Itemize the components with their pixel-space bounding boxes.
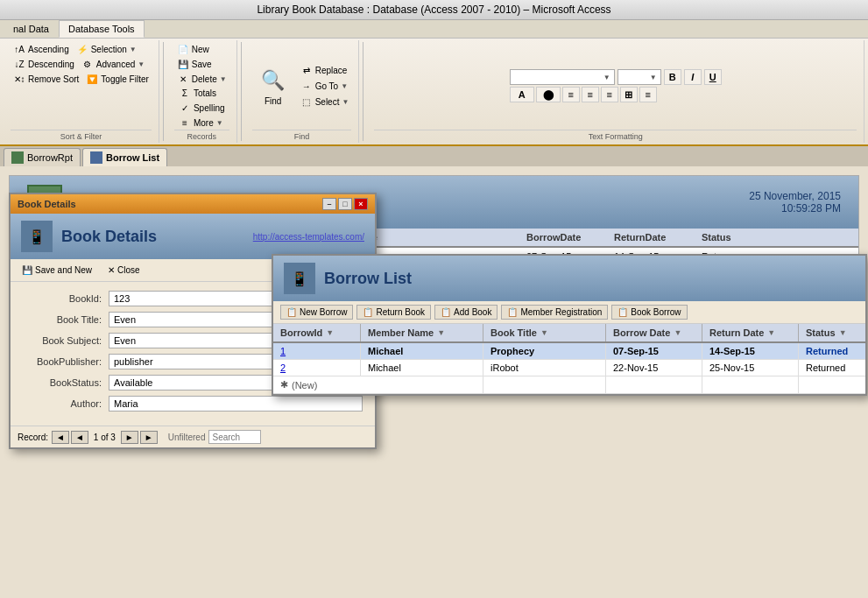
grid-col-member[interactable]: Member Name ▼ [361, 324, 483, 341]
delete-dropdown-icon: ▼ [220, 75, 227, 83]
ribbon-group-sort-filter: ↑A Ascending ⚡ Selection ▼ ↓Z Descending [4, 40, 159, 143]
close-btn[interactable]: × [354, 198, 368, 210]
save-record-btn[interactable]: 💾 Save [174, 57, 229, 71]
ribbon-tab-data[interactable]: nal Data [4, 20, 59, 38]
grid-row-1[interactable]: 1 Michael Prophecy 07-Sep-15 14-Sep-15 R… [273, 343, 865, 360]
ribbon: ↑A Ascending ⚡ Selection ▼ ↓Z Descending [0, 39, 868, 146]
first-record-btn[interactable]: ◄ [52, 431, 69, 444]
borrow-list-icon: 📱 [284, 263, 315, 294]
grid-col-booktitle[interactable]: Book Title ▼ [483, 324, 606, 341]
row1-borrowid[interactable]: 1 [273, 343, 361, 359]
ribbon-content: ↑A Ascending ⚡ Selection ▼ ↓Z Descending [0, 39, 868, 144]
last-record-btn[interactable]: ► [140, 431, 158, 444]
underline-btn[interactable]: U [704, 69, 722, 85]
member-registration-btn[interactable]: 📋 Member Registration [501, 305, 608, 320]
close-form-btn[interactable]: ✕ Close [103, 263, 145, 278]
replace-btn[interactable]: ⇄ Replace [298, 63, 352, 77]
bookpublisher-label: BookPublisher: [23, 356, 102, 367]
extra-btn[interactable]: ≡ [639, 87, 657, 102]
new-row-member [361, 376, 483, 393]
row2-title: iRobot [483, 360, 606, 376]
spelling-btn[interactable]: ✓ Spelling [176, 101, 228, 115]
bookstatus-label: BookStatus: [23, 377, 102, 388]
select-btn[interactable]: ⬚ Select ▼ [298, 95, 352, 109]
ascending-icon: ↑A [13, 43, 25, 55]
prev-record-btn[interactable]: ◄ [71, 431, 88, 444]
totals-btn[interactable]: Σ Totals [176, 86, 228, 100]
report-time: 10:59:28 PM [749, 202, 841, 215]
borrow-list-header: 📱 Borrow List [273, 256, 865, 301]
author-field[interactable]: Maria [109, 396, 363, 412]
grid-col-status[interactable]: Status ▼ [799, 324, 868, 341]
app-title: Library Book Database : Database (Access… [257, 4, 610, 16]
booktitle-label: Book Title: [23, 314, 102, 325]
row1-title: Prophecy [483, 343, 606, 359]
highlight-btn[interactable]: ⬤ [536, 87, 561, 102]
remove-sort-btn[interactable]: ✕↕ Remove Sort [11, 72, 81, 86]
tab-borrowrpt[interactable]: BorrowRpt [4, 148, 81, 166]
search-input[interactable] [208, 430, 261, 444]
next-record-btn[interactable]: ► [121, 431, 138, 444]
book-details-footer: Record: ◄ ◄ 1 of 3 ► ► Unfiltered [11, 426, 375, 447]
col-borrowdate: BorrowDate [526, 232, 614, 243]
new-borrow-icon: 📋 [286, 307, 297, 317]
book-details-title: Book Details [18, 199, 76, 209]
font-color-btn[interactable]: A [510, 87, 534, 102]
borrow-list-dialog: 📱 Borrow List 📋 New Borrow 📋 Return Book… [272, 254, 867, 396]
book-borrow-btn[interactable]: 📋 Book Borrow [611, 305, 687, 320]
dialog-controls: – □ × [322, 198, 368, 210]
save-new-btn[interactable]: 💾 Save and New [18, 263, 96, 278]
borrowrpt-tab-icon [11, 151, 24, 164]
find-btn[interactable]: 🔍 Find [252, 63, 294, 109]
sort-row3: ✕↕ Remove Sort 🔽 Toggle Filter [11, 72, 152, 86]
borrowid-sort-icon: ▼ [326, 328, 334, 337]
italic-btn[interactable]: I [684, 69, 702, 85]
goto-btn[interactable]: → Go To ▼ [298, 79, 352, 93]
grid-btn[interactable]: ⊞ [620, 87, 638, 102]
ascending-btn[interactable]: ↑A Ascending [11, 42, 72, 56]
tab-bar: BorrowRpt Borrow List [0, 146, 868, 166]
advanced-btn[interactable]: ⚙ Advanced ▼ [79, 57, 147, 71]
grid-header: BorrowId ▼ Member Name ▼ Book Title ▼ Bo… [273, 324, 865, 343]
more-btn[interactable]: ≡ More ▼ [176, 116, 228, 130]
font-family-dropdown-icon: ▼ [603, 74, 610, 81]
align-center-btn[interactable]: ≡ [582, 87, 599, 102]
maximize-btn[interactable]: □ [338, 198, 352, 210]
book-details-header-icon: 📱 [21, 221, 53, 252]
add-book-btn[interactable]: 📋 Add Book [434, 305, 498, 320]
row1-borrow-date: 07-Sep-15 [606, 343, 702, 359]
goto-icon: → [300, 80, 313, 92]
return-book-btn[interactable]: 📋 Return Book [356, 305, 431, 320]
row2-borrowid[interactable]: 2 [273, 360, 361, 376]
sort-filter-buttons: ↑A Ascending ⚡ Selection ▼ ↓Z Descending [11, 42, 152, 130]
ribbon-tab-db-tools[interactable]: Database Tools [59, 20, 145, 38]
advanced-icon: ⚙ [81, 58, 94, 70]
grid-col-returndate[interactable]: Return Date ▼ [702, 324, 799, 341]
delete-record-btn[interactable]: ✕ Delete ▼ [174, 72, 229, 86]
bold-btn[interactable]: B [664, 69, 681, 85]
font-size-combo[interactable]: ▼ [617, 69, 661, 85]
new-record-btn[interactable]: 📄 New [174, 42, 229, 56]
book-details-link[interactable]: http://access-templates.com/ [253, 232, 364, 242]
grid-row-2[interactable]: 2 Michael iRobot 22-Nov-15 25-Nov-15 Ret… [273, 360, 865, 376]
align-right-btn[interactable]: ≡ [601, 87, 618, 102]
more-dropdown-icon: ▼ [216, 119, 223, 127]
font-family-combo[interactable]: ▼ [510, 69, 615, 85]
find-label: Find [252, 130, 352, 141]
new-row-status [799, 376, 868, 393]
row2-status: Returned [799, 360, 868, 376]
toggle-filter-btn[interactable]: 🔽 Toggle Filter [83, 72, 151, 86]
sep2 [241, 42, 242, 141]
selection-btn[interactable]: ⚡ Selection ▼ [74, 42, 139, 56]
grid-col-borrowid[interactable]: BorrowId ▼ [273, 324, 361, 341]
align-left-btn[interactable]: ≡ [562, 87, 580, 102]
borrow-list-tab-icon [90, 151, 102, 164]
grid-col-borrowdate[interactable]: Borrow Date ▼ [606, 324, 702, 341]
descending-btn[interactable]: ↓Z Descending [11, 57, 77, 71]
row2-return-date: 25-Nov-15 [702, 360, 799, 376]
new-borrow-btn[interactable]: 📋 New Borrow [280, 305, 353, 320]
new-record-icon: 📄 [177, 43, 189, 55]
tab-borrow-list[interactable]: Borrow List [82, 148, 167, 166]
select-dropdown-icon: ▼ [342, 98, 349, 106]
minimize-btn[interactable]: – [322, 198, 336, 210]
